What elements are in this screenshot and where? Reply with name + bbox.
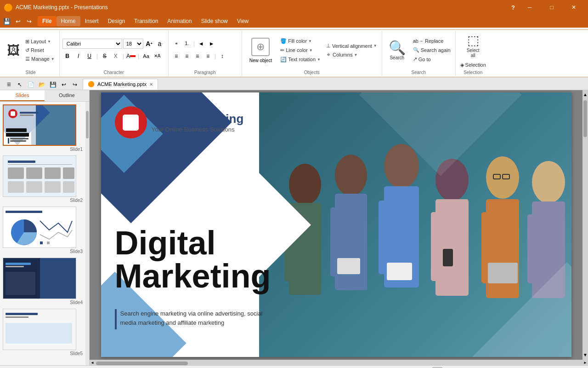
menu-transition[interactable]: Transition [130,16,163,26]
close-button[interactable]: ✕ [563,0,584,15]
search-btn[interactable]: 🔍 Search [385,38,409,62]
redo-btn[interactable]: ↪ [70,80,80,90]
strikethrough-btn[interactable]: S [100,51,110,61]
file-new-btn[interactable]: 📄 [26,80,36,90]
underline-btn[interactable]: U [85,51,95,61]
undo-btn[interactable]: ↩ [59,80,69,90]
replace-btn[interactable]: ab→ Replace [411,37,452,45]
scroll-right-btn[interactable]: ► [582,361,588,364]
font-color-btn[interactable]: A [126,51,136,61]
scroll-down-btn[interactable]: ▼ [582,351,588,360]
view-toggle-btn[interactable]: ☰ [4,80,14,90]
fill-color-btn[interactable]: 🪣 Fill color ▼ [278,37,322,45]
svg-rect-55 [457,212,469,281]
help-button[interactable]: ? [507,1,519,13]
align-center-btn[interactable]: ≡ [182,51,192,61]
undo-quick-btn[interactable]: ↩ [13,16,23,26]
menu-insert[interactable]: Insert [80,16,103,26]
slide-label-1: Slide1 [3,147,83,152]
columns-btn[interactable]: ⫩ Columns ▼ [324,51,379,58]
app-icon: 🟠 [4,3,13,12]
file-open-btn[interactable]: 📂 [37,80,47,90]
menu-file[interactable]: File [38,16,57,26]
svg-rect-41 [310,217,321,281]
scroll-h-thumb[interactable] [96,362,188,365]
h-scroll-track[interactable] [95,361,582,364]
menu-home[interactable]: Home [57,16,80,26]
minimize-button[interactable]: ─ [519,0,540,15]
font-size-select[interactable]: 18 [123,39,143,49]
decrease-font-btn[interactable]: a- [155,39,165,49]
search-again-btn[interactable]: 🔍 Search again [411,46,452,54]
justify-btn[interactable]: ≡ [203,51,213,61]
italic-btn[interactable]: I [74,51,84,61]
zoom-in-btn[interactable]: + [557,366,567,368]
vert-align-icon: ⊥ [326,43,331,49]
outline-tab[interactable]: Outline [45,90,89,101]
line-spacing-btn[interactable]: ↕ [217,51,227,61]
menu-view[interactable]: View [232,16,254,26]
slides-tab[interactable]: Slides [0,90,45,101]
select-all-btn[interactable]: ⬚ Select all [463,32,483,60]
reset-btn[interactable]: ↺ Reset [23,46,57,54]
tab-close-btn[interactable]: ✕ [149,82,153,87]
ribbon-group-selection: ⬚ Select all ◈ Selection Selection [456,31,491,76]
slide-canvas-area[interactable]: Acme Marketing Your Online Business Solu… [90,90,582,360]
layout-arrow: ▼ [47,40,51,44]
vertical-alignment-btn[interactable]: ⊥ Vertical alignment ▼ [324,42,379,50]
slide-thumb-3[interactable]: Slide3 [3,207,83,254]
bullets-btn[interactable]: ⁌ [171,39,181,49]
slide-thumb-5[interactable]: Slide5 [3,309,83,356]
panel-scroll-thumb[interactable] [86,111,89,138]
manage-btn[interactable]: ☰ Manage ▼ [23,55,57,63]
goto-btn[interactable]: ↗ Go to [411,55,452,63]
clear-format-btn[interactable]: ✕A [152,51,162,61]
redo-quick-btn[interactable]: ↪ [24,16,34,26]
svg-rect-7 [20,115,34,116]
svg-rect-46 [337,258,360,274]
new-object-icon: ⊕ [251,38,270,56]
layout-btn[interactable]: ⊞ Layout ▼ [23,38,57,46]
indent-decrease-btn[interactable]: ◄ [196,39,206,49]
align-left-btn[interactable]: ≡ [171,51,181,61]
scroll-left-btn[interactable]: ◄ [90,361,95,364]
slide-thumb-2[interactable]: Slide2 [3,155,83,203]
selection-btn[interactable]: ◈ Selection [458,61,488,69]
maximize-button[interactable]: □ [541,0,562,15]
scroll-v-thumb[interactable] [583,100,587,137]
bold-btn[interactable]: B [62,51,73,61]
save-quick-btn[interactable]: 💾 [2,16,12,26]
cursor-mode-btn[interactable]: ↖ [15,80,25,90]
svg-rect-12 [10,140,26,142]
status-right: ⊞ ⊟ ≡ 📝 ⛶ | − + 85% [432,366,584,368]
scroll-up-btn[interactable]: ▲ [582,90,588,99]
slide-label-4: Slide4 [3,300,83,305]
file-save-btn[interactable]: 💾 [48,80,58,90]
menu-animation[interactable]: Animation [163,16,196,26]
slide-thumb-4[interactable]: Slide4 [3,258,83,305]
numbering-btn[interactable]: 1. [182,39,192,49]
zoom-out-btn[interactable]: − [504,366,514,368]
canvas-wrapper: Acme Marketing Your Online Business Solu… [90,90,588,365]
menu-design[interactable]: Design [103,16,130,26]
font-family-select[interactable]: Calibri [62,39,122,49]
shadow-btn[interactable]: X [111,51,121,61]
indent-increase-btn[interactable]: ► [207,39,217,49]
new-object-btn[interactable]: ⊕ New object [245,35,277,66]
add-slide-btn[interactable]: 🖼 [5,41,22,60]
logo-company-name: Acme Marketing [152,112,244,126]
line-color-btn[interactable]: ✏ Line color ▼ [278,46,322,54]
font-caps-btn[interactable]: Aa [141,51,151,61]
svg-rect-15 [8,164,72,165]
canvas-horizontal-scrollbar[interactable]: ◄ ► [90,360,588,365]
menu-slideshow[interactable]: Slide show [197,16,232,26]
slides-panel-scrollbar[interactable] [85,102,89,365]
increase-font-btn[interactable]: A+ [144,39,154,49]
align-right-btn[interactable]: ≡ [192,51,203,61]
paragraph-group-label: Paragraph [194,69,216,75]
text-rotation-btn[interactable]: 🔄 Text rotation ▼ [278,56,322,63]
slide-description: Search engine marketing via online adver… [115,309,267,329]
document-tab[interactable]: 🟠 ACME Marketing.pptx ✕ [83,79,158,90]
slide-thumb-1[interactable]: Slide1 [3,104,83,152]
canvas-vertical-scrollbar[interactable]: ▲ ▼ [582,90,588,360]
